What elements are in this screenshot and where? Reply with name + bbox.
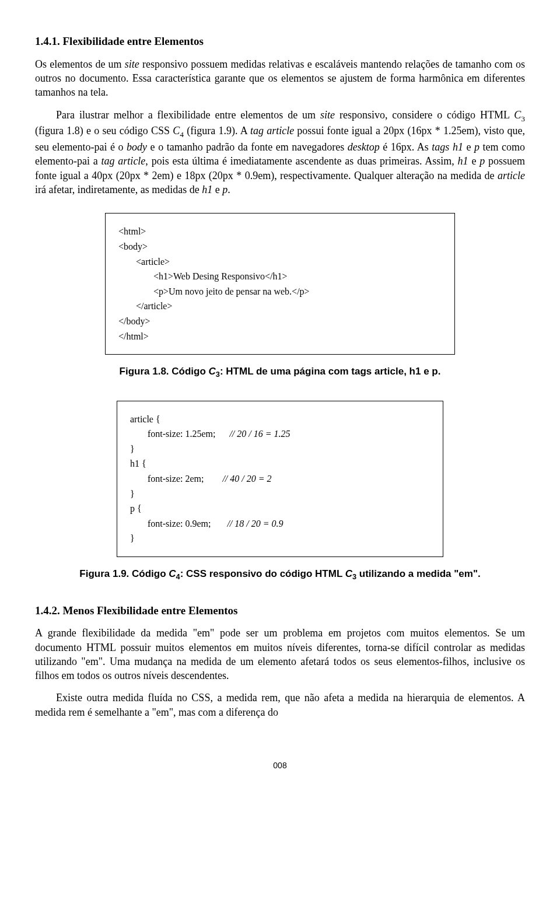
section-title: Flexibilidade entre Elementos (63, 35, 204, 47)
section-title: Menos Flexibilidade entre Elementos (63, 604, 238, 617)
code-box-css: article { font-size: 1.25em; // 20 / 16 … (117, 401, 443, 557)
page-number: 008 (35, 760, 525, 771)
code-line: </html> (118, 329, 442, 344)
code-line: <p>Um novo jeito de pensar na web.</p> (118, 284, 442, 299)
code-line: <article> (118, 254, 442, 270)
code-line: font-size: 1.25em; // 20 / 16 = 1.25 (130, 426, 430, 442)
code-line: } (130, 442, 430, 457)
code-line: font-size: 2em; // 40 / 20 = 2 (130, 471, 430, 487)
paragraph-4: Existe outra medida fluída no CSS, a med… (35, 691, 525, 719)
section-heading-2: 1.4.2. Menos Flexibilidade entre Element… (35, 603, 525, 618)
code-line: <body> (118, 239, 442, 254)
code-line: article { (130, 412, 430, 427)
code-line: </body> (118, 314, 442, 329)
code-line: </article> (118, 299, 442, 314)
code-line: h1 { (130, 456, 430, 471)
code-box-html: <html> <body> <article> <h1>Web Desing R… (105, 213, 455, 355)
paragraph-1: Os elementos de um site responsivo possu… (35, 57, 525, 100)
code-line: <h1>Web Desing Responsivo</h1> (118, 269, 442, 284)
paragraph-3: A grande flexibilidade da medida "em" po… (35, 626, 525, 682)
figure-caption-2: Figura 1.9. Código C4: CSS responsivo do… (35, 568, 525, 582)
figure-caption-1: Figura 1.8. Código C3: HTML de uma págin… (35, 365, 525, 380)
code-line: } (130, 531, 430, 546)
section-heading-1: 1.4.1. Flexibilidade entre Elementos (35, 34, 525, 49)
code-line: p { (130, 501, 430, 516)
code-line: font-size: 0.9em; // 18 / 20 = 0.9 (130, 516, 430, 531)
paragraph-2: Para ilustrar melhor a flexibilidade ent… (35, 108, 525, 197)
section-number: 1.4.2. (35, 604, 60, 617)
code-line: <html> (118, 224, 442, 239)
section-number: 1.4.1. (35, 35, 60, 47)
code-line: } (130, 487, 430, 502)
